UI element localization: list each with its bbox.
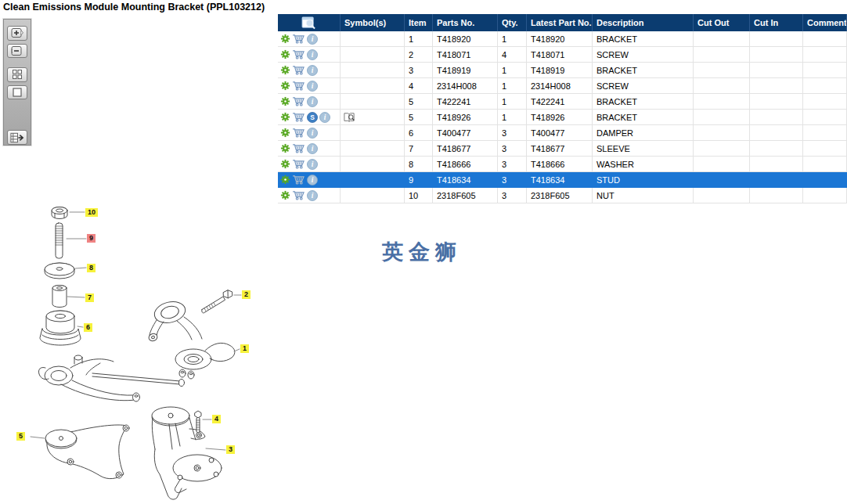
cart-icon[interactable] [292,81,305,91]
diagram-callout-1[interactable]: 1 [240,344,249,353]
column-header-description[interactable]: Description [593,14,694,31]
callout-leader-line [206,448,225,450]
gear-icon[interactable] [280,190,290,200]
cart-icon[interactable] [292,190,305,200]
part-pedestal-bracket[interactable] [152,407,222,499]
info-icon[interactable]: i [307,34,318,45]
info-icon[interactable]: i [307,143,318,154]
cell-item: 10 [405,188,433,203]
cell-qty: 3 [498,125,527,141]
part-washer[interactable] [45,263,74,279]
diagram-callout-8[interactable]: 8 [87,264,96,272]
cart-icon[interactable] [292,112,305,122]
part-sleeve[interactable] [52,286,67,308]
table-row[interactable]: i9T4186343T418634STUD [278,172,847,188]
cell-item: 2 [405,47,433,63]
info-icon[interactable]: i [307,159,318,170]
gear-icon[interactable] [280,112,290,122]
column-header-qty[interactable]: Qty. [498,14,527,31]
cart-icon[interactable] [292,175,305,185]
gear-icon[interactable] [280,81,290,91]
column-header-actions[interactable] [278,14,341,31]
cell-parts_no: 2314H008 [433,78,498,94]
cell-latest_part_no: T418677 [527,141,593,157]
cell-description: BRACKET [593,31,694,47]
watermark-text: 英金狮 [382,238,462,266]
info-icon[interactable]: i [307,96,318,107]
book-icon[interactable] [343,112,355,123]
cell-parts_no: T418926 [433,110,498,125]
cart-icon[interactable] [292,49,305,59]
cart-icon[interactable] [292,34,305,44]
gear-icon[interactable] [280,96,290,106]
table-row[interactable]: i7T4186773T418677SLEEVE [278,141,847,157]
callout-leader-line [67,297,85,297]
diagram-callout-2[interactable]: 2 [242,290,250,299]
gear-icon[interactable] [280,175,290,185]
table-row[interactable]: i42314H00812314H008SCREW [278,78,847,94]
column-header-parts_no[interactable]: Parts No. [433,14,498,31]
cell-cut_out [694,172,750,188]
parts-table: Symbol(s)ItemParts No.Qty.Latest Part No… [278,14,847,203]
gear-icon[interactable] [280,49,290,59]
info-icon[interactable]: i [307,190,318,201]
column-header-latest_part_no[interactable]: Latest Part No. [527,14,593,31]
info-icon[interactable]: i [307,81,318,92]
info-icon[interactable]: i [307,65,318,76]
cell-comment [803,31,847,47]
gear-icon[interactable] [280,159,290,169]
table-row[interactable]: i3T4189191T418919BRACKET [278,63,847,78]
cart-icon[interactable] [292,143,305,153]
gear-icon[interactable] [280,34,290,44]
diagram-callout-6[interactable]: 6 [84,323,92,332]
table-row[interactable]: Si5T4189261T418926BRACKET [278,110,847,125]
preview-icon [301,16,316,30]
column-header-comment[interactable]: Comment [803,14,847,31]
info-icon[interactable]: i [307,49,318,60]
s-badge-icon[interactable]: S [307,112,318,123]
table-row[interactable]: i8T4186663T418666WASHER [278,157,847,172]
column-header-item[interactable]: Item [405,14,433,31]
gear-icon[interactable] [280,65,290,75]
part-damper[interactable] [40,311,81,345]
table-row[interactable]: i102318F60532318F605NUT [278,188,847,203]
svg-text:i: i [312,129,314,137]
cart-icon[interactable] [292,65,305,75]
cell-item: 6 [405,125,433,141]
row-actions: i [278,172,341,188]
cell-item: 3 [405,63,433,78]
column-header-cut_out[interactable]: Cut Out [694,14,750,31]
diagram-callout-7[interactable]: 7 [85,293,94,302]
info-icon[interactable]: i [319,112,330,123]
cell-parts_no: T400477 [433,125,498,141]
table-row[interactable]: i6T4004773T400477DAMPER [278,125,847,141]
table-row[interactable]: i5T4222411T422241BRACKET [278,94,847,110]
cart-icon[interactable] [292,128,305,138]
cell-comment [803,125,847,141]
diagram-callout-10[interactable]: 10 [85,208,98,217]
cell-comment [803,47,847,63]
part-plate-bracket[interactable] [45,425,129,479]
gear-icon[interactable] [280,143,290,153]
info-icon[interactable]: i [307,175,318,185]
cell-qty: 3 [498,141,527,157]
cart-icon[interactable] [292,96,305,106]
diagram-callout-3[interactable]: 3 [226,445,235,454]
diagram-callout-4[interactable]: 4 [212,415,221,423]
column-header-symbols[interactable]: Symbol(s) [341,14,405,31]
gear-icon[interactable] [280,128,290,138]
table-row[interactable]: i2T4180714T418071SCREW [278,47,847,63]
row-actions: i [278,141,341,157]
info-icon[interactable]: i [307,128,318,139]
parts-table-header: Symbol(s)ItemParts No.Qty.Latest Part No… [278,14,847,31]
part-nut[interactable] [52,207,67,219]
exploded-parts-diagram[interactable] [0,0,274,504]
column-header-cut_in[interactable]: Cut In [750,14,803,31]
diagram-callout-5[interactable]: 5 [16,432,25,441]
diagram-callout-9[interactable]: 9 [87,234,96,243]
part-bolt-small[interactable] [195,411,201,433]
table-row[interactable]: i1T4189201T418920BRACKET [278,31,847,47]
part-stud[interactable] [56,223,63,258]
cart-icon[interactable] [292,159,305,169]
part-bolt-long[interactable] [202,290,232,313]
